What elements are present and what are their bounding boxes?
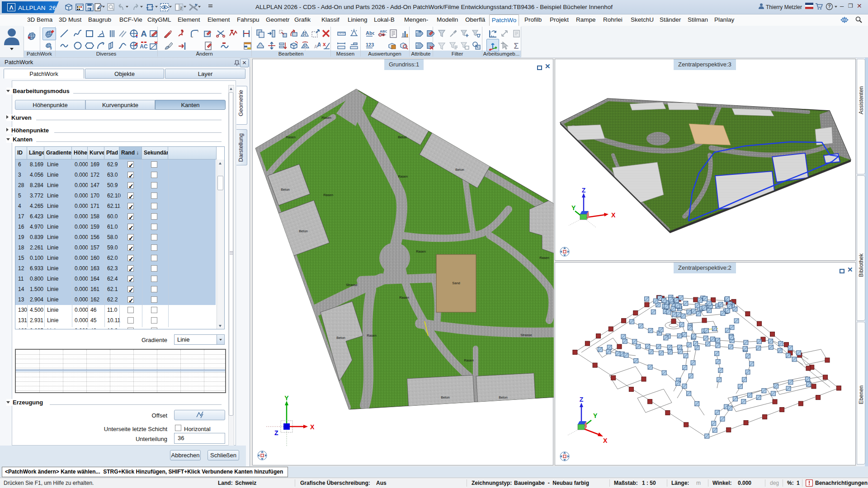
svg-text:Beton: Beton [455, 168, 464, 172]
svg-text:Z: Z [580, 396, 584, 403]
svg-text:Beton: Beton [499, 395, 508, 399]
svg-text:AC: AC [140, 43, 148, 50]
svg-text:Y: Y [593, 412, 598, 419]
svg-text:X: X [611, 211, 616, 219]
svg-text:Rasen: Rasen [398, 174, 408, 178]
svg-text:Rasen: Rasen [399, 296, 409, 300]
svg-text:Rasen: Rasen [321, 116, 331, 120]
svg-text:123: 123 [366, 42, 374, 47]
svg-text:Strasse: Strasse [346, 283, 357, 287]
svg-text:§: § [50, 45, 52, 50]
svg-text:Abc: Abc [366, 30, 374, 36]
svg-text:Rasen: Rasen [464, 358, 474, 362]
svg-text:Rasen: Rasen [323, 193, 333, 197]
svg-text:x: x [323, 41, 326, 47]
svg-text:Beton: Beton [398, 135, 407, 139]
svg-text:Rasen: Rasen [367, 333, 377, 338]
svg-text:?: ? [828, 4, 830, 9]
svg-text:Z: Z [274, 429, 278, 436]
svg-text:Beton: Beton [281, 188, 290, 192]
svg-text:Strasse: Strasse [520, 333, 532, 337]
svg-text:Beton: Beton [441, 395, 450, 399]
svg-text:A: A [141, 29, 147, 38]
svg-text:Rasen: Rasen [416, 249, 426, 253]
svg-text:Beton: Beton [336, 336, 345, 340]
svg-text:A: A [317, 41, 321, 48]
svg-text:Σ: Σ [514, 42, 519, 51]
svg-text:X: X [310, 423, 315, 431]
svg-text:2: 2 [180, 6, 182, 10]
svg-text:ABC: ABC [380, 29, 387, 33]
svg-text:Z: Z [582, 187, 586, 194]
svg-text:Rasen: Rasen [539, 256, 549, 260]
svg-text:Y: Y [571, 204, 576, 211]
svg-text:X: X [603, 437, 608, 444]
svg-text:Y: Y [284, 394, 289, 402]
svg-text:Sand: Sand [452, 281, 460, 285]
svg-text:Rasen: Rasen [286, 135, 296, 139]
svg-text:Beton: Beton [299, 229, 308, 233]
